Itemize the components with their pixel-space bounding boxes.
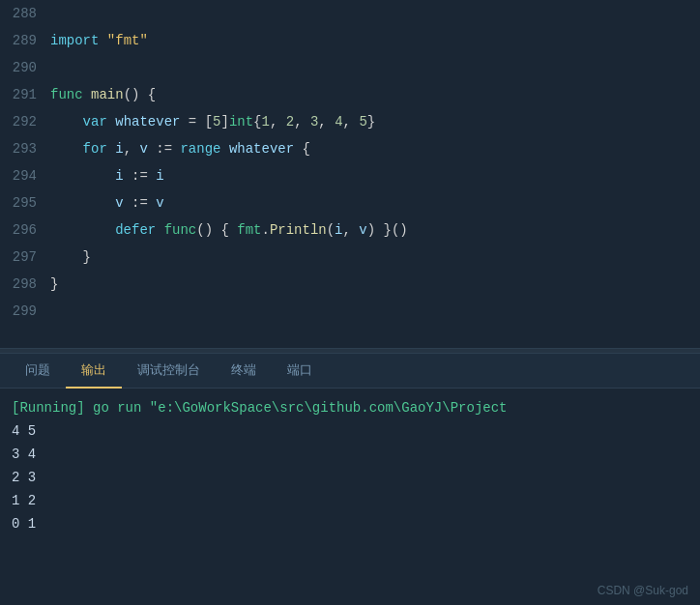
output-line: 3 4 (12, 443, 688, 466)
code-line: 295 v := v (0, 189, 700, 216)
line-content: import "fmt" (50, 27, 700, 54)
line-number: 293 (0, 135, 50, 162)
code-line: 296 defer func() { fmt.Println(i, v) }() (0, 216, 700, 244)
output-lines: 4 53 42 31 20 1 (12, 419, 688, 535)
panel-tab[interactable]: 调试控制台 (122, 354, 216, 389)
output-area: [Running] go run "e:\GoWorkSpace\src\git… (0, 389, 700, 543)
line-number: 288 (0, 0, 50, 27)
line-content: } (50, 244, 700, 271)
line-number: 290 (0, 54, 50, 81)
line-number: 299 (0, 298, 50, 325)
line-content (50, 54, 700, 81)
line-content: } (50, 271, 700, 298)
line-number: 292 (0, 108, 50, 135)
line-content: func main() { (50, 81, 700, 108)
line-content: var whatever = [5]int{1, 2, 3, 4, 5} (50, 108, 700, 135)
output-line: 2 3 (12, 466, 688, 489)
line-number: 289 (0, 27, 50, 54)
code-line: 297 } (0, 244, 700, 271)
line-content: i := i (50, 162, 700, 189)
output-line: 0 1 (12, 512, 688, 535)
watermark: CSDN @Suk-god (598, 584, 688, 597)
line-number: 296 (0, 216, 50, 244)
code-line: 298} (0, 271, 700, 298)
code-line: 289import "fmt" (0, 27, 700, 54)
line-content: v := v (50, 189, 700, 216)
code-line: 288 (0, 0, 700, 27)
code-line: 290 (0, 54, 700, 81)
code-line: 293 for i, v := range whatever { (0, 135, 700, 162)
panel-tab[interactable]: 输出 (66, 354, 122, 389)
line-number: 291 (0, 81, 50, 108)
output-line: 4 5 (12, 419, 688, 443)
panel-tab[interactable]: 端口 (272, 354, 328, 389)
code-editor: 288 289import "fmt"290 291func main() {2… (0, 0, 700, 348)
line-number: 297 (0, 244, 50, 271)
line-content (50, 0, 700, 27)
running-line: [Running] go run "e:\GoWorkSpace\src\git… (12, 396, 688, 419)
line-number: 295 (0, 189, 50, 216)
output-line: 1 2 (12, 489, 688, 512)
line-content: for i, v := range whatever { (50, 135, 700, 162)
code-line: 299 (0, 298, 700, 325)
code-line: 292 var whatever = [5]int{1, 2, 3, 4, 5} (0, 108, 700, 135)
code-line: 294 i := i (0, 162, 700, 189)
line-content: defer func() { fmt.Println(i, v) }() (50, 216, 700, 244)
bottom-panel: 问题输出调试控制台终端端口 [Running] go run "e:\GoWor… (0, 354, 700, 605)
line-number: 298 (0, 271, 50, 298)
code-line: 291func main() { (0, 81, 700, 108)
panel-tab[interactable]: 问题 (10, 354, 66, 389)
panel-tab[interactable]: 终端 (216, 354, 272, 389)
line-content (50, 298, 700, 325)
line-number: 294 (0, 162, 50, 189)
panel-tabs: 问题输出调试控制台终端端口 (0, 354, 700, 389)
